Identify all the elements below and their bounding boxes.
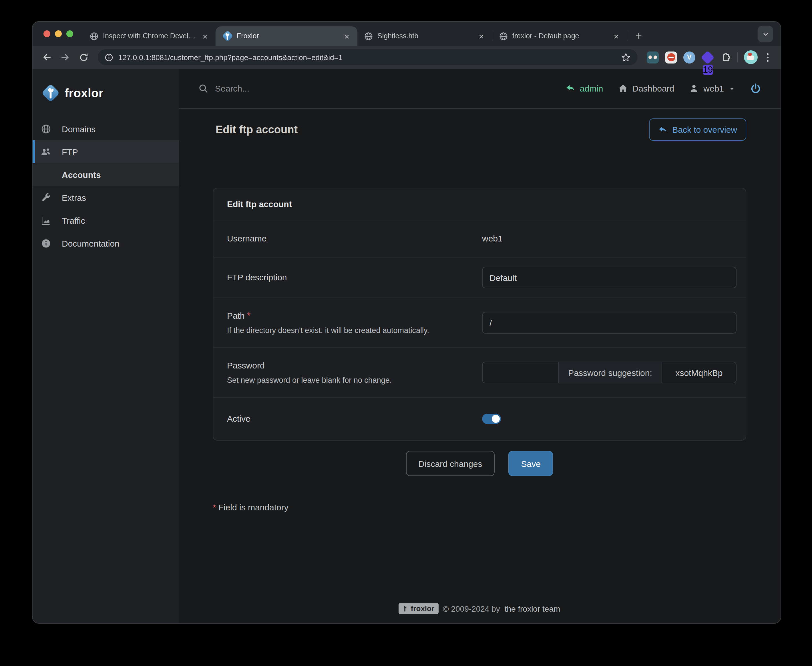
logout-button[interactable] — [750, 83, 761, 94]
sidebar-item-domains[interactable]: Domains — [33, 117, 179, 140]
password-suggestion-value[interactable]: xsotMqhkBp — [662, 362, 736, 383]
description-row: FTP description — [213, 257, 746, 298]
extension-diamond-icon — [701, 50, 715, 64]
extension-wappalyzer[interactable]: 19 — [702, 51, 713, 63]
reload-button[interactable] — [76, 50, 91, 65]
wrench-icon — [402, 605, 409, 612]
site-info-icon[interactable] — [105, 53, 113, 61]
sidebar-item-traffic[interactable]: Traffic — [33, 209, 179, 232]
path-input[interactable] — [482, 312, 736, 333]
footer-team-link[interactable]: the froxlor team — [505, 604, 561, 613]
wrench-icon — [41, 193, 51, 202]
main-area: admin Dashboard web1 — [179, 69, 781, 623]
tab-search-button[interactable] — [758, 26, 773, 42]
tab-close-icon[interactable]: × — [342, 31, 352, 41]
profile-avatar[interactable] — [744, 50, 758, 64]
reply-icon — [658, 125, 667, 134]
sidebar-item-ftp[interactable]: FTP — [33, 140, 179, 163]
sidebar-item-accounts[interactable]: Accounts — [33, 163, 179, 186]
browser-toolbar: 127.0.0.1:8081/customer_ftp.php?page=acc… — [33, 46, 781, 69]
globe-icon — [41, 124, 51, 134]
address-bar[interactable]: 127.0.0.1:8081/customer_ftp.php?page=acc… — [98, 49, 638, 65]
tab-close-icon[interactable]: × — [476, 31, 486, 41]
discard-button[interactable]: Discard changes — [406, 451, 495, 476]
sidebar-item-label: Extras — [62, 193, 86, 202]
globe-favicon-icon — [499, 32, 508, 40]
path-row: Path* If the directory doesn't exist, it… — [213, 298, 746, 347]
url-text[interactable]: 127.0.0.1:8081/customer_ftp.php?page=acc… — [118, 53, 616, 61]
chart-area-icon — [41, 216, 51, 225]
extension-badge: 19 — [703, 64, 713, 75]
sidebar-item-label: Traffic — [62, 216, 85, 225]
browser-menu-button[interactable] — [764, 53, 771, 61]
card-title: Edit ftp account — [213, 188, 746, 220]
brand-name: froxlor — [65, 86, 104, 100]
sidebar-item-label: FTP — [62, 147, 78, 157]
footer: froxlor © 2009-2024 by the froxlor team — [399, 603, 561, 614]
save-button[interactable]: Save — [509, 451, 553, 476]
tab-separator — [627, 31, 627, 41]
topbar-links: admin Dashboard web1 — [565, 83, 761, 94]
active-toggle[interactable] — [482, 414, 501, 424]
page-title: Edit ftp account — [215, 123, 298, 136]
sidebar-item-documentation[interactable]: Documentation — [33, 232, 179, 255]
page-header: Edit ftp account Back to overview — [179, 109, 781, 150]
page-content: Edit ftp account Username web1 FTP descr… — [179, 150, 781, 623]
tab-devtools[interactable]: Inspect with Chrome Develop × — [83, 26, 215, 46]
globe-favicon-icon — [90, 32, 99, 40]
password-input[interactable] — [483, 362, 558, 383]
maximize-window-button[interactable] — [66, 30, 73, 37]
username-label: Username — [227, 233, 266, 243]
tab-close-icon[interactable]: × — [200, 31, 210, 41]
password-help: Set new password or leave blank for no c… — [227, 376, 471, 384]
admin-link[interactable]: admin — [565, 84, 603, 93]
footer-copyright: © 2009-2024 by — [443, 604, 500, 613]
tab-sightless[interactable]: Sightless.htb × — [357, 26, 492, 46]
chevron-down-icon — [761, 30, 769, 38]
footer-froxlor-badge[interactable]: froxlor — [399, 603, 438, 614]
window-controls — [43, 30, 73, 37]
back-to-overview-button[interactable]: Back to overview — [649, 119, 746, 141]
info-circle-icon — [41, 238, 51, 248]
tab-close-icon[interactable]: × — [611, 31, 621, 41]
tab-title: Sightless.htb — [377, 32, 472, 40]
password-suggestion-label: Password suggestion: — [558, 362, 662, 383]
froxlor-brand[interactable]: froxlor — [33, 69, 179, 117]
froxlor-logo-icon — [43, 85, 58, 101]
sidebar: froxlor Domains FTP Accounts — [33, 69, 179, 623]
extensions-area: V 19 — [644, 50, 774, 64]
new-tab-button[interactable]: + — [631, 28, 647, 44]
password-label: Password — [227, 361, 265, 370]
back-button[interactable] — [39, 50, 54, 65]
required-marker: * — [213, 502, 216, 512]
bookmark-star-icon[interactable] — [621, 52, 631, 62]
extension-v-icon[interactable]: V — [683, 51, 695, 63]
forward-button[interactable] — [58, 50, 72, 65]
extensions-puzzle-icon[interactable] — [720, 52, 731, 63]
toolbar-separator — [737, 52, 738, 63]
tabs: Inspect with Chrome Develop × Froxlor × … — [83, 26, 647, 46]
close-window-button[interactable] — [43, 30, 50, 37]
froxlor-favicon-icon — [222, 31, 232, 41]
minimize-window-button[interactable] — [55, 30, 62, 37]
search-icon — [199, 84, 208, 93]
dashboard-link[interactable]: Dashboard — [618, 84, 674, 93]
app-topbar: admin Dashboard web1 — [179, 69, 781, 109]
sidebar-item-label: Domains — [62, 124, 95, 134]
search-box[interactable] — [199, 84, 364, 93]
footer-brand: froxlor — [411, 604, 434, 613]
extension-blocker-icon[interactable] — [665, 51, 677, 63]
extension-robot-icon[interactable] — [647, 51, 659, 63]
user-menu[interactable]: web1 — [689, 84, 735, 93]
path-help: If the directory doesn't exist, it will … — [227, 326, 471, 335]
description-input[interactable] — [482, 267, 736, 288]
tab-froxlor[interactable]: Froxlor × — [215, 26, 357, 46]
home-icon — [618, 84, 628, 93]
tab-froxlor-default[interactable]: froxlor - Default page × — [492, 26, 627, 46]
users-icon — [41, 147, 51, 157]
browser-window: Inspect with Chrome Develop × Froxlor × … — [33, 22, 781, 623]
password-group: Password suggestion: xsotMqhkBp — [482, 362, 736, 383]
search-input[interactable] — [215, 84, 364, 93]
tab-title: Froxlor — [237, 32, 337, 40]
sidebar-item-extras[interactable]: Extras — [33, 186, 179, 209]
